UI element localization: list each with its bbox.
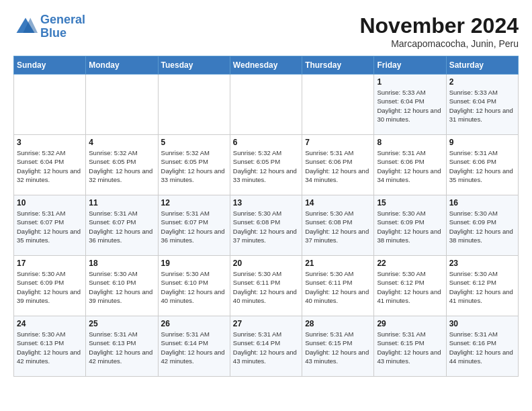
day-number: 19	[161, 259, 227, 268]
day-number: 2	[449, 77, 515, 87]
day-number: 17	[17, 259, 83, 268]
logo-icon	[13, 15, 38, 39]
calendar-cell: 27Sunrise: 5:31 AM Sunset: 6:14 PM Dayli…	[230, 316, 302, 377]
day-number: 12	[161, 198, 227, 208]
day-info: Sunrise: 5:30 AM Sunset: 6:09 PM Dayligh…	[377, 209, 443, 244]
logo-line1: General	[40, 13, 85, 26]
day-info: Sunrise: 5:31 AM Sunset: 6:15 PM Dayligh…	[377, 330, 443, 365]
calendar-cell: 11Sunrise: 5:31 AM Sunset: 6:07 PM Dayli…	[86, 195, 158, 256]
day-number: 24	[17, 319, 83, 328]
day-info: Sunrise: 5:31 AM Sunset: 6:16 PM Dayligh…	[449, 330, 515, 365]
day-info: Sunrise: 5:32 AM Sunset: 6:05 PM Dayligh…	[161, 148, 227, 184]
day-number: 21	[305, 259, 371, 268]
calendar-week-4: 17Sunrise: 5:30 AM Sunset: 6:09 PM Dayli…	[14, 256, 519, 316]
day-number: 14	[305, 198, 371, 208]
column-header-friday: Friday	[374, 56, 446, 75]
calendar-cell: 21Sunrise: 5:30 AM Sunset: 6:11 PM Dayli…	[302, 256, 374, 316]
calendar-cell: 1Sunrise: 5:33 AM Sunset: 6:04 PM Daylig…	[374, 75, 446, 135]
day-info: Sunrise: 5:30 AM Sunset: 6:12 PM Dayligh…	[377, 269, 443, 305]
day-info: Sunrise: 5:31 AM Sunset: 6:07 PM Dayligh…	[89, 209, 154, 244]
day-number: 25	[89, 319, 154, 328]
calendar-cell: 14Sunrise: 5:30 AM Sunset: 6:08 PM Dayli…	[302, 195, 374, 256]
day-info: Sunrise: 5:31 AM Sunset: 6:07 PM Dayligh…	[161, 209, 227, 244]
calendar-cell	[302, 75, 374, 135]
day-info: Sunrise: 5:31 AM Sunset: 6:14 PM Dayligh…	[161, 330, 227, 365]
calendar-cell	[230, 75, 302, 135]
day-info: Sunrise: 5:33 AM Sunset: 6:04 PM Dayligh…	[449, 88, 515, 124]
logo-line2: Blue	[40, 26, 66, 40]
day-info: Sunrise: 5:30 AM Sunset: 6:11 PM Dayligh…	[305, 269, 371, 305]
day-info: Sunrise: 5:30 AM Sunset: 6:11 PM Dayligh…	[233, 269, 299, 305]
day-number: 4	[89, 138, 154, 147]
calendar-week-2: 3Sunrise: 5:32 AM Sunset: 6:04 PM Daylig…	[14, 135, 519, 195]
calendar-cell: 24Sunrise: 5:30 AM Sunset: 6:13 PM Dayli…	[14, 316, 86, 377]
calendar-cell	[86, 75, 158, 135]
calendar-cell: 19Sunrise: 5:30 AM Sunset: 6:10 PM Dayli…	[158, 256, 230, 316]
day-info: Sunrise: 5:33 AM Sunset: 6:04 PM Dayligh…	[377, 88, 443, 124]
page-header: General Blue November 2024 Marcapomacoch…	[13, 13, 519, 49]
calendar-cell: 9Sunrise: 5:31 AM Sunset: 6:06 PM Daylig…	[446, 135, 518, 195]
day-info: Sunrise: 5:31 AM Sunset: 6:06 PM Dayligh…	[449, 148, 515, 184]
title-block: November 2024 Marcapomacocha, Junin, Per…	[359, 13, 519, 49]
day-number: 8	[377, 138, 443, 147]
calendar-cell: 13Sunrise: 5:30 AM Sunset: 6:08 PM Dayli…	[230, 195, 302, 256]
day-number: 28	[305, 319, 371, 328]
calendar-week-3: 10Sunrise: 5:31 AM Sunset: 6:07 PM Dayli…	[14, 195, 519, 256]
column-header-wednesday: Wednesday	[230, 56, 302, 75]
day-info: Sunrise: 5:30 AM Sunset: 6:09 PM Dayligh…	[449, 209, 515, 244]
calendar-cell: 17Sunrise: 5:30 AM Sunset: 6:09 PM Dayli…	[14, 256, 86, 316]
calendar-cell: 26Sunrise: 5:31 AM Sunset: 6:14 PM Dayli…	[158, 316, 230, 377]
calendar-cell: 28Sunrise: 5:31 AM Sunset: 6:15 PM Dayli…	[302, 316, 374, 377]
calendar-cell: 5Sunrise: 5:32 AM Sunset: 6:05 PM Daylig…	[158, 135, 230, 195]
day-number: 13	[233, 198, 299, 208]
day-number: 29	[377, 319, 443, 328]
day-number: 9	[449, 138, 515, 147]
calendar-cell: 20Sunrise: 5:30 AM Sunset: 6:11 PM Dayli…	[230, 256, 302, 316]
calendar-cell: 2Sunrise: 5:33 AM Sunset: 6:04 PM Daylig…	[446, 75, 518, 135]
day-number: 20	[233, 259, 299, 268]
day-number: 6	[233, 138, 299, 147]
day-info: Sunrise: 5:31 AM Sunset: 6:06 PM Dayligh…	[377, 148, 443, 184]
calendar-cell: 22Sunrise: 5:30 AM Sunset: 6:12 PM Dayli…	[374, 256, 446, 316]
day-number: 1	[377, 77, 443, 87]
day-number: 15	[377, 198, 443, 208]
day-info: Sunrise: 5:31 AM Sunset: 6:13 PM Dayligh…	[89, 330, 154, 365]
day-number: 23	[449, 259, 515, 268]
day-number: 16	[449, 198, 515, 208]
calendar-cell: 30Sunrise: 5:31 AM Sunset: 6:16 PM Dayli…	[446, 316, 518, 377]
day-number: 30	[449, 319, 515, 328]
day-number: 10	[17, 198, 83, 208]
calendar-cell: 25Sunrise: 5:31 AM Sunset: 6:13 PM Dayli…	[86, 316, 158, 377]
column-header-sunday: Sunday	[14, 56, 86, 75]
calendar-cell: 10Sunrise: 5:31 AM Sunset: 6:07 PM Dayli…	[14, 195, 86, 256]
calendar-table: SundayMondayTuesdayWednesdayThursdayFrid…	[13, 56, 519, 377]
column-header-monday: Monday	[86, 56, 158, 75]
day-info: Sunrise: 5:30 AM Sunset: 6:08 PM Dayligh…	[305, 209, 371, 244]
calendar-week-5: 24Sunrise: 5:30 AM Sunset: 6:13 PM Dayli…	[14, 316, 519, 377]
day-info: Sunrise: 5:31 AM Sunset: 6:15 PM Dayligh…	[305, 330, 371, 365]
calendar-week-1: 1Sunrise: 5:33 AM Sunset: 6:04 PM Daylig…	[14, 75, 519, 135]
calendar-cell: 12Sunrise: 5:31 AM Sunset: 6:07 PM Dayli…	[158, 195, 230, 256]
day-number: 7	[305, 138, 371, 147]
day-info: Sunrise: 5:32 AM Sunset: 6:04 PM Dayligh…	[17, 148, 83, 184]
calendar-cell: 15Sunrise: 5:30 AM Sunset: 6:09 PM Dayli…	[374, 195, 446, 256]
calendar-cell: 16Sunrise: 5:30 AM Sunset: 6:09 PM Dayli…	[446, 195, 518, 256]
day-info: Sunrise: 5:32 AM Sunset: 6:05 PM Dayligh…	[89, 148, 154, 184]
calendar-cell: 29Sunrise: 5:31 AM Sunset: 6:15 PM Dayli…	[374, 316, 446, 377]
calendar-cell: 8Sunrise: 5:31 AM Sunset: 6:06 PM Daylig…	[374, 135, 446, 195]
calendar-cell: 18Sunrise: 5:30 AM Sunset: 6:10 PM Dayli…	[86, 256, 158, 316]
day-info: Sunrise: 5:31 AM Sunset: 6:06 PM Dayligh…	[305, 148, 371, 184]
day-number: 11	[89, 198, 154, 208]
day-info: Sunrise: 5:30 AM Sunset: 6:08 PM Dayligh…	[233, 209, 299, 244]
logo: General Blue	[13, 13, 85, 40]
calendar-cell: 7Sunrise: 5:31 AM Sunset: 6:06 PM Daylig…	[302, 135, 374, 195]
day-info: Sunrise: 5:30 AM Sunset: 6:10 PM Dayligh…	[89, 269, 154, 305]
calendar-header-row: SundayMondayTuesdayWednesdayThursdayFrid…	[14, 56, 519, 75]
day-info: Sunrise: 5:30 AM Sunset: 6:12 PM Dayligh…	[449, 269, 515, 305]
calendar-cell	[14, 75, 86, 135]
column-header-saturday: Saturday	[446, 56, 518, 75]
calendar-cell: 23Sunrise: 5:30 AM Sunset: 6:12 PM Dayli…	[446, 256, 518, 316]
day-info: Sunrise: 5:31 AM Sunset: 6:14 PM Dayligh…	[233, 330, 299, 365]
day-number: 27	[233, 319, 299, 328]
day-info: Sunrise: 5:31 AM Sunset: 6:07 PM Dayligh…	[17, 209, 83, 244]
